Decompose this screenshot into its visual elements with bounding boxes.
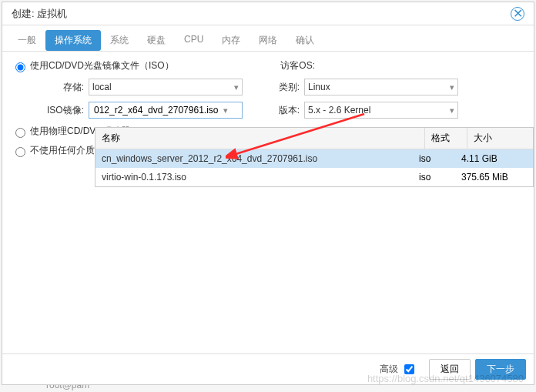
tab-cpu[interactable]: CPU xyxy=(175,30,213,51)
col-format: 格式 xyxy=(425,128,467,149)
storage-select[interactable]: local ▾ xyxy=(89,79,243,95)
radio-use-physical[interactable] xyxy=(15,128,25,138)
chevron-down-icon: ▾ xyxy=(234,82,239,92)
storage-value: local xyxy=(92,82,112,92)
chevron-down-icon: ▾ xyxy=(223,106,228,116)
storage-label: 存储: xyxy=(12,81,89,94)
tab-memory[interactable]: 内存 xyxy=(213,30,250,51)
tab-strip: 一般 操作系统 系统 硬盘 CPU 内存 网络 确认 xyxy=(2,25,534,52)
advanced-checkbox[interactable] xyxy=(404,364,414,374)
create-vm-dialog: 创建: 虚拟机 ✕ 一般 操作系统 系统 硬盘 CPU 内存 网络 确认 使用C… xyxy=(2,2,534,385)
dialog-title: 创建: 虚拟机 xyxy=(12,7,67,21)
version-value: 5.x - 2.6 Kernel xyxy=(308,105,370,116)
version-select[interactable]: 5.x - 2.6 Kernel ▾ xyxy=(304,102,458,119)
tab-confirm[interactable]: 确认 xyxy=(286,30,323,51)
col-name: 名称 xyxy=(95,128,425,149)
iso-dropdown: 名称 格式 大小 cn_windows_server_2012_r2_x64_d… xyxy=(95,127,534,187)
dropdown-row[interactable]: cn_windows_server_2012_r2_x64_dvd_270796… xyxy=(95,149,533,168)
iso-combo[interactable]: ▾ xyxy=(89,102,243,119)
next-button[interactable]: 下一步 xyxy=(475,359,526,380)
chevron-down-icon: ▾ xyxy=(450,106,454,116)
tab-network[interactable]: 网络 xyxy=(250,30,286,51)
radio-use-iso[interactable] xyxy=(15,62,25,72)
dropdown-row[interactable]: virtio-win-0.1.173.iso iso 375.65 MiB xyxy=(95,168,533,186)
tab-disk[interactable]: 硬盘 xyxy=(138,30,175,51)
dialog-footer: 高级 返回 下一步 xyxy=(2,353,534,384)
radio-use-none[interactable] xyxy=(15,147,25,157)
category-label: 类别: xyxy=(258,81,304,94)
tab-general[interactable]: 一般 xyxy=(8,30,45,51)
advanced-toggle[interactable]: 高级 xyxy=(380,362,417,377)
tab-system[interactable]: 系统 xyxy=(101,30,138,51)
radio-use-none-label: 不使用任何介质 xyxy=(30,144,95,157)
guest-os-label: 访客OS: xyxy=(258,59,320,72)
chevron-down-icon: ▾ xyxy=(450,82,454,92)
dropdown-header: 名称 格式 大小 xyxy=(95,128,533,149)
category-value: Linux xyxy=(308,82,330,92)
iso-input[interactable] xyxy=(92,104,223,116)
back-button[interactable]: 返回 xyxy=(429,359,471,380)
radio-use-iso-label: 使用CD/DVD光盘镜像文件（ISO） xyxy=(30,59,174,72)
category-select[interactable]: Linux ▾ xyxy=(304,79,458,95)
col-size: 大小 xyxy=(467,128,533,149)
iso-label: ISO镜像: xyxy=(12,104,89,117)
titlebar: 创建: 虚拟机 ✕ xyxy=(2,2,534,25)
version-label: 版本: xyxy=(258,104,304,117)
close-icon[interactable]: ✕ xyxy=(511,7,524,21)
tab-os[interactable]: 操作系统 xyxy=(45,30,101,51)
